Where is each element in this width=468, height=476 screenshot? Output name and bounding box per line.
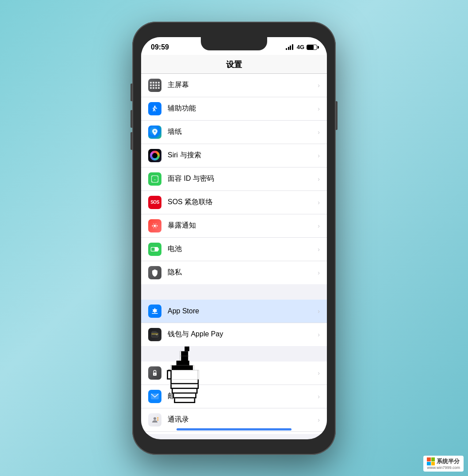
list-item[interactable]: 日 日历 › <box>141 432 327 434</box>
chevron-right-icon: › <box>318 308 320 315</box>
list-item[interactable]: Siri 与搜索 › <box>141 144 327 168</box>
list-item[interactable]: SOS SOS 紧急联络 › <box>141 191 327 214</box>
privacy-label: 隐私 <box>168 268 318 277</box>
watermark: 系统半分 www.win7999.com <box>423 456 464 472</box>
svg-rect-17 <box>152 331 156 332</box>
accessibility-icon <box>148 102 161 115</box>
list-item[interactable]: 钱包与 Apple Pay › <box>141 323 327 346</box>
progress-bar <box>176 428 292 430</box>
svg-point-2 <box>154 225 156 227</box>
svg-rect-23 <box>157 417 158 418</box>
passwords-icon <box>148 366 161 380</box>
mail-label: 邮件 <box>168 392 318 401</box>
nav-bar: 设置 <box>141 55 327 74</box>
battery-icon <box>148 243 161 256</box>
settings-section-3: 密码 › 邮件 › <box>141 362 327 434</box>
chevron-right-icon: › <box>318 175 320 183</box>
wallet-label: 钱包与 Apple Pay <box>168 330 318 339</box>
settings-list[interactable]: 主屏幕 › 辅助功能 › <box>141 74 327 434</box>
sos-icon: SOS <box>148 196 161 209</box>
chevron-right-icon: › <box>318 393 320 400</box>
chevron-right-icon: › <box>318 331 320 338</box>
accessibility-label: 辅助功能 <box>168 104 318 113</box>
watermark-top: 系统半分 <box>427 457 460 465</box>
mail-icon <box>148 390 161 403</box>
ms-logo-icon <box>427 457 435 465</box>
phone-frame: 09:59 4G 设置 <box>132 22 336 455</box>
network-type: 4G <box>297 44 304 50</box>
passwords-label: 密码 <box>168 368 318 377</box>
wallet-icon <box>148 328 161 341</box>
svg-rect-11 <box>151 248 155 251</box>
chevron-right-icon: › <box>318 246 320 253</box>
wallpaper-label: 墙纸 <box>168 127 318 137</box>
list-item[interactable]: 隐私 › <box>141 261 327 284</box>
status-icons: 4G <box>286 44 317 50</box>
list-item[interactable]: 电池 › <box>141 238 327 261</box>
svg-point-0 <box>154 105 156 107</box>
chevron-right-icon: › <box>318 82 320 89</box>
list-item[interactable]: 暴露通知 › <box>141 214 327 238</box>
list-item[interactable]: 密码 › <box>141 362 327 385</box>
list-item[interactable]: 面容 ID 与密码 › <box>141 168 327 191</box>
page-title: 设置 <box>226 60 242 69</box>
chevron-right-icon: › <box>318 269 320 276</box>
svg-rect-18 <box>152 333 158 334</box>
list-item[interactable]: 辅助功能 › <box>141 97 327 121</box>
svg-point-22 <box>153 417 156 420</box>
chevron-right-icon: › <box>318 222 320 229</box>
faceid-label: 面容 ID 与密码 <box>168 174 318 183</box>
svg-rect-10 <box>158 248 159 250</box>
svg-point-5 <box>153 223 154 225</box>
svg-point-3 <box>152 225 153 226</box>
contacts-icon <box>148 413 161 426</box>
phone-screen: 09:59 4G 设置 <box>141 37 327 439</box>
wallpaper-icon <box>148 126 161 139</box>
list-item[interactable]: 墙纸 › <box>141 121 327 144</box>
appstore-label: App Store <box>168 307 318 315</box>
list-item[interactable]: 主屏幕 › <box>141 74 327 97</box>
exposure-icon <box>148 219 161 232</box>
notch <box>201 37 267 50</box>
svg-rect-25 <box>157 420 158 421</box>
chevron-right-icon: › <box>318 152 320 159</box>
exposure-label: 暴露通知 <box>168 221 318 230</box>
appstore-icon <box>148 305 161 318</box>
svg-point-20 <box>154 373 155 374</box>
svg-point-6 <box>155 223 157 225</box>
watermark-site: 系统半分 <box>437 457 460 465</box>
section-divider <box>141 284 327 300</box>
faceid-icon <box>148 172 161 186</box>
battery-label: 电池 <box>168 244 318 254</box>
homescreen-icon <box>148 79 161 92</box>
contacts-label: 通讯录 <box>168 415 318 424</box>
battery-status-icon <box>307 45 317 50</box>
svg-point-8 <box>155 227 157 228</box>
settings-section-2: App Store › 钱包 <box>141 300 327 346</box>
chevron-right-icon: › <box>318 105 320 112</box>
svg-point-4 <box>156 225 157 226</box>
privacy-icon <box>148 266 161 279</box>
svg-point-7 <box>153 227 154 228</box>
sos-label: SOS 紧急联络 <box>168 198 318 207</box>
list-item[interactable]: App Store › <box>141 300 327 323</box>
section-divider-2 <box>141 346 327 362</box>
settings-section-1: 主屏幕 › 辅助功能 › <box>141 74 327 284</box>
homescreen-icon-grid <box>148 80 161 91</box>
siri-label: Siri 与搜索 <box>168 151 318 160</box>
watermark-url: www.win7999.com <box>427 465 460 470</box>
signal-bars-icon <box>286 44 293 50</box>
svg-rect-24 <box>157 419 158 419</box>
chevron-right-icon: › <box>318 199 320 206</box>
chevron-right-icon: › <box>318 369 320 377</box>
siri-icon <box>148 149 161 162</box>
chevron-right-icon: › <box>318 416 320 423</box>
status-time: 09:59 <box>151 43 169 51</box>
sos-text: SOS <box>150 200 159 205</box>
homescreen-label: 主屏幕 <box>168 80 318 90</box>
chevron-right-icon: › <box>318 129 320 136</box>
svg-rect-15 <box>156 334 157 335</box>
list-item[interactable]: 邮件 › <box>141 385 327 408</box>
